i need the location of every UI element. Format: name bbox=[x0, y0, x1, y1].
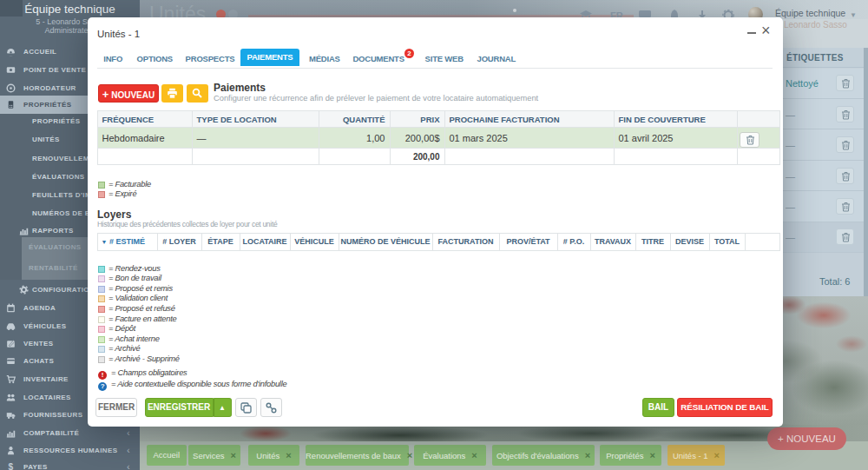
svg-text:$: $ bbox=[9, 462, 14, 470]
